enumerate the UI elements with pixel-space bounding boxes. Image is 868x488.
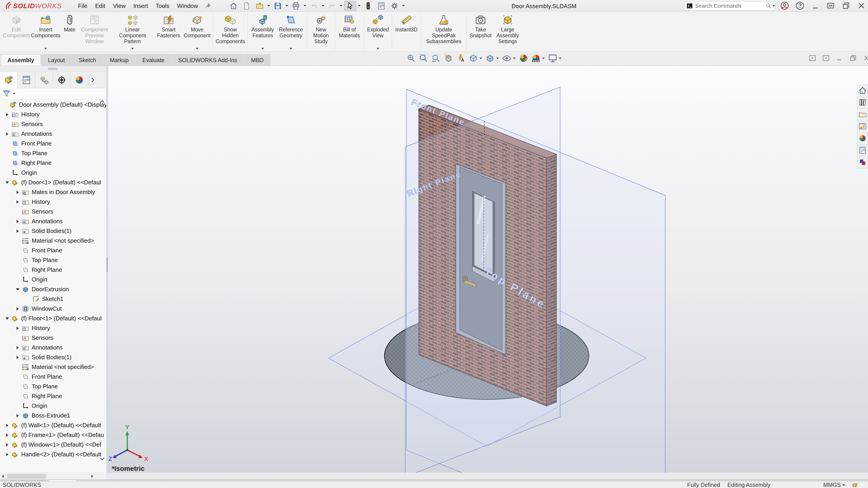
taskpane-resources[interactable] bbox=[857, 156, 868, 168]
select-cursor-icon[interactable] bbox=[344, 1, 356, 11]
options-gear-caret[interactable] bbox=[402, 5, 405, 6]
pin-icon[interactable] bbox=[205, 2, 211, 9]
ribbon-caret[interactable] bbox=[44, 48, 47, 50]
tree-item-solid-bodies-1[interactable]: Solid Bodies(1) bbox=[0, 352, 106, 362]
tree-item-annotations[interactable]: Annotations bbox=[0, 343, 106, 352]
expand-icon[interactable] bbox=[17, 200, 19, 204]
help-icon[interactable] bbox=[795, 1, 805, 10]
ribbon-linear-component-pattern[interactable]: Linear Component Pattern bbox=[110, 12, 155, 51]
window-close-icon[interactable] bbox=[857, 1, 866, 10]
tree-item-annotations[interactable]: Annotations bbox=[0, 217, 106, 226]
tree-item-history[interactable]: History bbox=[0, 197, 106, 207]
expand-icon[interactable] bbox=[17, 307, 19, 311]
tree-item-doorextrusion[interactable]: DoorExtrusion bbox=[0, 285, 106, 294]
menu-edit[interactable]: Edit bbox=[91, 0, 109, 12]
tree-item-mates-in-door-assembly[interactable]: Mates in Door Assembly bbox=[0, 187, 106, 197]
taskpane-appearances[interactable] bbox=[857, 132, 868, 144]
taskpane-custom-properties[interactable] bbox=[857, 144, 868, 156]
ribbon-move-component[interactable]: Move Component bbox=[183, 12, 212, 51]
scroll-right-icon[interactable] bbox=[91, 475, 93, 478]
window-maximize-icon[interactable] bbox=[826, 1, 835, 10]
expand-icon[interactable] bbox=[17, 414, 19, 418]
tree-item-f-wall-1-default-default[interactable]: (f) Wall<1> (Default) <<Default bbox=[0, 420, 106, 430]
tree-item-right-plane[interactable]: Right Plane bbox=[0, 158, 106, 168]
menu-window[interactable]: Window bbox=[173, 0, 202, 12]
doc-close-icon[interactable] bbox=[862, 54, 868, 62]
hud-view-settings[interactable] bbox=[547, 53, 562, 64]
hud-zoom-fit[interactable] bbox=[406, 53, 416, 64]
save-caret[interactable] bbox=[285, 5, 288, 6]
ribbon-smart-fasteners[interactable]: Smart Fasteners bbox=[155, 12, 183, 51]
ribbon-insert-components[interactable]: Insert Components bbox=[31, 12, 61, 51]
ribbon-mate[interactable]: Mate bbox=[61, 12, 79, 51]
search-input[interactable] bbox=[693, 3, 765, 9]
hud-view-orientation[interactable] bbox=[468, 53, 483, 64]
collapse-icon[interactable] bbox=[16, 288, 20, 291]
tree-item-sensors[interactable]: Sensors bbox=[0, 119, 106, 129]
tab-mbd[interactable]: MBD bbox=[245, 55, 270, 66]
tree-item-handle-2-default-default[interactable]: Handle<2> (Default) <<Default bbox=[0, 450, 106, 459]
print-icon[interactable] bbox=[290, 1, 302, 11]
ribbon-caret[interactable] bbox=[261, 48, 264, 50]
tab-dimxpertmanager[interactable] bbox=[53, 72, 70, 88]
tree-item-origin[interactable]: Origin bbox=[0, 275, 106, 285]
tab-featuremanager[interactable] bbox=[0, 72, 18, 88]
tab-sketch[interactable]: Sketch bbox=[72, 55, 102, 66]
ribbon-caret[interactable] bbox=[131, 48, 134, 50]
open-caret[interactable] bbox=[268, 5, 270, 6]
tree-item-history[interactable]: History bbox=[0, 109, 106, 119]
tab-displaymanager[interactable] bbox=[70, 72, 88, 88]
expand-icon[interactable] bbox=[17, 346, 19, 350]
tree-item-origin[interactable]: Origin bbox=[0, 168, 106, 177]
previous-window-icon[interactable] bbox=[808, 54, 817, 62]
tree-item-sensors[interactable]: Sensors bbox=[0, 207, 106, 217]
tab-evaluate[interactable]: Evaluate bbox=[136, 55, 171, 66]
tree-item-f-floor-1-default-defaul[interactable]: (f) Floor<1> (Default) <<Defaul bbox=[0, 314, 106, 323]
units-caret-icon[interactable] bbox=[842, 484, 845, 486]
expand-icon[interactable] bbox=[6, 443, 8, 447]
menu-tools[interactable]: Tools bbox=[152, 0, 174, 12]
tree-item-front-plane[interactable]: Front Plane bbox=[0, 246, 106, 255]
panel-tabs-expand-icon[interactable] bbox=[88, 72, 97, 88]
tree-item-right-plane[interactable]: Right Plane bbox=[0, 391, 106, 401]
ribbon-caret[interactable] bbox=[289, 48, 292, 50]
ribbon-show-hidden-components[interactable]: Show Hidden Components bbox=[215, 12, 246, 51]
tab-solidworks-add-ins[interactable]: SOLIDWORKS Add-Ins bbox=[172, 55, 244, 66]
ribbon-assembly-features[interactable]: Assembly Features bbox=[249, 12, 276, 51]
ribbon-caret[interactable] bbox=[377, 48, 379, 50]
graphics-area[interactable]: Front Plane Right Plane Top Plane Y X Z … bbox=[108, 66, 868, 473]
file-properties-icon[interactable] bbox=[375, 1, 387, 11]
tree-item-door-assembly-default-display-s[interactable]: Door Assembly (Default) <Display S bbox=[0, 100, 106, 109]
hud-display-style[interactable] bbox=[485, 53, 500, 64]
hud-view-settings-caret[interactable] bbox=[559, 58, 561, 59]
hud-hide-show-items[interactable] bbox=[501, 53, 517, 64]
expand-icon[interactable] bbox=[17, 191, 19, 194]
open-icon[interactable] bbox=[254, 1, 266, 11]
scroll-left-icon[interactable] bbox=[2, 475, 4, 478]
ribbon-caret[interactable] bbox=[196, 48, 198, 50]
expand-icon[interactable] bbox=[6, 113, 8, 116]
window-restore-icon[interactable] bbox=[841, 1, 851, 10]
expand-icon[interactable] bbox=[6, 433, 8, 437]
expand-icon[interactable] bbox=[17, 326, 19, 330]
menu-file[interactable]: File bbox=[74, 0, 91, 12]
ribbon-instant3d[interactable]: Instant3D bbox=[393, 12, 420, 51]
scrollbar-thumb[interactable] bbox=[7, 474, 46, 479]
status-tag-icon[interactable] bbox=[852, 482, 858, 488]
hud-hide-show-items-caret[interactable] bbox=[513, 58, 516, 59]
tab-layout[interactable]: Layout bbox=[41, 55, 71, 66]
hud-zoom-area[interactable] bbox=[418, 53, 429, 64]
tree-item-boss-extrude1[interactable]: Boss-Extrude1 bbox=[0, 411, 106, 420]
hud-view-orientation-caret[interactable] bbox=[479, 58, 482, 59]
tree-item-front-plane[interactable]: Front Plane bbox=[0, 139, 106, 149]
scroll-down-icon[interactable] bbox=[100, 456, 104, 460]
ribbon-bill-of-materials[interactable]: Bill of Materials bbox=[336, 12, 363, 51]
select-cursor-caret[interactable] bbox=[358, 5, 361, 6]
taskpane-view-palette[interactable] bbox=[857, 121, 868, 132]
right-plane[interactable] bbox=[405, 87, 560, 473]
tree-item-material-not-specified[interactable]: Material <not specified> bbox=[0, 362, 106, 372]
tree-item-sensors[interactable]: Sensors bbox=[0, 333, 106, 343]
ribbon-large-assembly-settings[interactable]: Large Assembly Settings bbox=[493, 12, 522, 51]
search-icon[interactable] bbox=[765, 2, 772, 9]
tree-item-top-plane[interactable]: Top Plane bbox=[0, 149, 106, 158]
